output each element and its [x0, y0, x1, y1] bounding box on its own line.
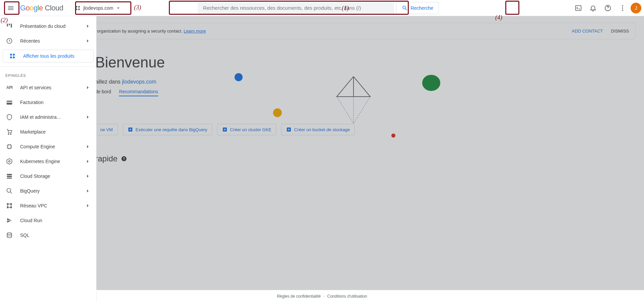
project-picker[interactable]: jlodevops.com	[71, 3, 125, 13]
sql-icon	[5, 231, 13, 239]
svg-rect-14	[10, 54, 12, 55]
project-name: jlodevops.com	[83, 5, 114, 11]
nav-item-label: Récentes	[20, 38, 85, 44]
annotation-4: (4)	[495, 14, 502, 21]
help-icon	[604, 4, 611, 12]
search-input[interactable]	[198, 2, 394, 14]
chevron-right-icon	[85, 188, 91, 194]
nav-item-compute[interactable]: Compute Engine	[0, 139, 96, 154]
nav-item-sql[interactable]: SQL	[0, 228, 96, 243]
nav-item-iam[interactable]: IAM et administra…	[0, 110, 96, 124]
nav-drawer: Présentation du cloudRécentes Afficher t…	[0, 16, 96, 302]
run-icon	[5, 216, 13, 224]
nav-item-label: Kubernetes Engine	[20, 159, 85, 164]
svg-rect-15	[13, 54, 15, 55]
svg-point-21	[10, 134, 11, 135]
nav-item-bq[interactable]: BigQuery	[0, 184, 96, 198]
divider	[0, 66, 96, 67]
nav-item-marketplace[interactable]: Marketplace	[0, 124, 96, 139]
search-bar: Recherche	[198, 2, 439, 14]
nav-item-label: Facturation	[20, 100, 91, 105]
annotation-1: (1)	[342, 5, 349, 12]
modal-scrim[interactable]	[0, 16, 644, 302]
nav-item-label: Cloud Storage	[20, 173, 85, 179]
svg-rect-17	[13, 57, 15, 58]
search-icon	[402, 5, 408, 11]
chevron-right-icon	[85, 85, 91, 91]
user-avatar[interactable]: J	[631, 3, 641, 13]
nav-item-label: API et services	[20, 85, 85, 90]
svg-point-33	[7, 233, 11, 235]
nav-item-vpc[interactable]: Réseau VPC	[0, 198, 96, 213]
nav-item-label: SQL	[20, 233, 91, 238]
grid-icon	[8, 52, 16, 60]
bq-icon	[5, 187, 13, 195]
header: Google Cloud jlodevops.com Recherche	[0, 0, 644, 16]
svg-rect-26	[7, 176, 12, 177]
svg-point-20	[8, 134, 9, 135]
svg-rect-25	[7, 174, 12, 175]
nav-item-label: Présentation du cloud	[20, 23, 85, 29]
nav-item-label: Réseau VPC	[20, 203, 85, 208]
svg-rect-30	[10, 203, 12, 205]
nav-item-billing[interactable]: Facturation	[0, 95, 96, 110]
svg-rect-11	[9, 24, 10, 26]
footer: Règles de confidentialité · Conditions d…	[0, 290, 644, 302]
svg-point-24	[9, 161, 10, 162]
organization-icon	[75, 5, 81, 11]
annotation-3: (3)	[134, 4, 141, 11]
help-button[interactable]	[601, 1, 615, 15]
clock-icon	[5, 37, 13, 45]
annotation-2: (2)	[1, 17, 8, 24]
header-actions: J	[572, 1, 641, 15]
svg-rect-12	[11, 24, 12, 28]
storage-icon	[5, 172, 13, 180]
nav-item-run[interactable]: Cloud Run	[0, 213, 96, 228]
nav-item-label: Cloud Run	[20, 218, 91, 223]
marketplace-icon	[5, 128, 13, 136]
search-button[interactable]: Recherche	[396, 2, 439, 14]
pinned-header: ÉPINGLÉS	[0, 69, 96, 80]
svg-point-3	[622, 7, 623, 9]
vpc-icon	[5, 202, 13, 210]
svg-rect-22	[8, 145, 11, 148]
api-icon: API	[5, 84, 13, 92]
nav-item-label: IAM et administra…	[20, 114, 85, 120]
chevron-right-icon	[85, 158, 91, 164]
chevron-right-icon	[85, 144, 91, 150]
more-menu-button[interactable]	[616, 1, 629, 15]
google-cloud-logo[interactable]: Google Cloud	[20, 4, 63, 12]
svg-rect-0	[576, 5, 581, 10]
svg-rect-32	[10, 207, 12, 208]
svg-rect-16	[10, 57, 12, 58]
privacy-link[interactable]: Règles de confidentialité	[277, 294, 321, 299]
iam-icon	[5, 113, 13, 121]
menu-icon	[7, 4, 14, 12]
nav-item-storage[interactable]: Cloud Storage	[0, 169, 96, 184]
chevron-right-icon	[85, 203, 91, 209]
terminal-icon	[575, 4, 582, 12]
show-all-products-button[interactable]: Afficher tous les produits	[3, 50, 93, 62]
nav-item-label: Marketplace	[20, 129, 91, 135]
svg-rect-27	[7, 178, 12, 179]
compute-icon	[5, 143, 13, 151]
dropdown-arrow-icon	[115, 5, 121, 11]
billing-icon	[5, 98, 13, 106]
nav-item-label: BigQuery	[20, 188, 85, 194]
cloud-shell-button[interactable]	[572, 1, 585, 15]
notifications-button[interactable]	[586, 1, 600, 15]
svg-rect-31	[7, 207, 9, 208]
chevron-right-icon	[85, 23, 91, 29]
terms-link[interactable]: Conditions d'utilisation	[327, 294, 367, 299]
nav-item-api[interactable]: APIAPI et services	[0, 80, 96, 95]
kebab-icon	[619, 4, 626, 12]
nav-item-clock[interactable]: Récentes	[0, 34, 96, 48]
chevron-right-icon	[85, 114, 91, 120]
chevron-right-icon	[85, 38, 91, 44]
nav-item-dashboard[interactable]: Présentation du cloud	[0, 19, 96, 34]
svg-rect-19	[7, 102, 12, 103]
hamburger-menu-button[interactable]	[3, 0, 19, 16]
nav-item-k8s[interactable]: Kubernetes Engine	[0, 154, 96, 169]
chevron-right-icon	[85, 173, 91, 179]
svg-rect-10	[7, 24, 8, 27]
